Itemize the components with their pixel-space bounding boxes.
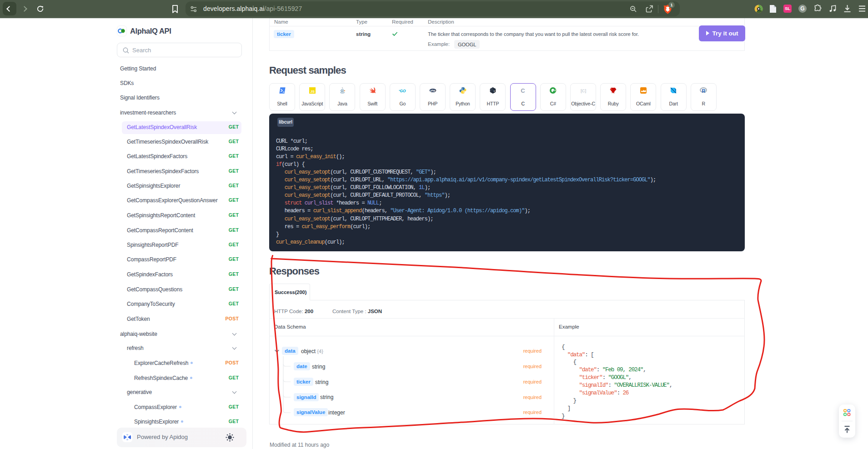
svg-text:C: C [521,87,525,94]
svg-text:#: # [554,89,556,92]
svg-text:s: s [493,90,495,93]
svg-text:[C]: [C] [580,88,586,93]
svg-text:GO: GO [400,89,406,93]
svg-text:R: R [702,88,706,94]
svg-text:php: php [430,89,435,92]
